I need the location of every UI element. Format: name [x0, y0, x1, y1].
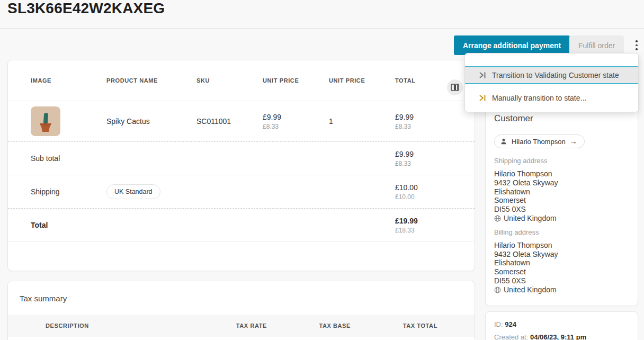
shipping-label: Shipping [31, 187, 106, 196]
customer-link-pill[interactable]: Hilario Thompson → [494, 135, 585, 148]
globe-icon [494, 287, 501, 293]
tax-summary-card: Tax summary DESCRIPTION TAX RATE TAX BAS… [7, 281, 475, 340]
billing-address-label: Billing address [494, 228, 629, 236]
line-item-row: Spiky Cactus SC011001 £9.99 £8.33 1 £9.9… [8, 101, 475, 142]
table-columns-icon [451, 84, 459, 91]
state-transition-dropdown: Transition to Validating Customer state … [464, 53, 639, 112]
person-icon [500, 138, 507, 145]
subtotal-label: Sub total [31, 154, 106, 163]
unit-price-cell: £9.99 £8.33 [263, 113, 329, 130]
line-items-card: IMAGE PRODUCT NAME SKU UNIT PRICE UNIT P… [7, 60, 475, 271]
order-created-line: Created at: 04/06/23, 9:11 pm [486, 333, 638, 340]
shipping-address: Hilario Thompson 9432 Oleta Skyway Elish… [494, 169, 629, 223]
product-sku: SC011001 [196, 117, 263, 126]
total-value: £19.99 £18.33 [395, 217, 475, 234]
transition-state-icon [479, 94, 486, 102]
quantity-cell: 1 [329, 117, 395, 126]
order-meta-card: ID: 924 Created at: 04/06/23, 9:11 pm [485, 311, 638, 340]
billing-country: United Kingdom [504, 285, 557, 294]
shipping-method-badge: UK Standard [106, 184, 160, 199]
kebab-menu-button[interactable] [628, 35, 644, 55]
menu-item-transition-validating-customer[interactable]: Transition to Validating Customer state [465, 66, 638, 84]
transition-state-icon [479, 71, 486, 79]
order-id-value: 924 [505, 320, 516, 328]
total-label: Total [31, 221, 106, 229]
shipping-address-label: Shipping address [494, 157, 629, 165]
column-header-product-name: PRODUCT NAME [106, 77, 196, 84]
customer-name: Hilario Thompson [512, 138, 566, 146]
page-title: SL3K66E42W2KAXEG [7, 0, 165, 17]
order-id-line: ID: 924 [486, 312, 638, 328]
shipping-value: £10.00 £10.00 [395, 183, 475, 201]
column-header-total: TOTAL [395, 77, 475, 84]
product-name: Spiky Cactus [106, 117, 196, 126]
arrow-right-icon: → [570, 137, 577, 146]
order-created-value: 04/06/23, 9:11 pm [530, 333, 586, 340]
tax-summary-header-row: DESCRIPTION TAX RATE TAX BASE TAX TOTAL [8, 315, 475, 337]
tax-summary-title: Tax summary [8, 281, 475, 303]
column-header-unit-price: UNIT PRICE [263, 77, 329, 84]
arrange-additional-payment-button[interactable]: Arrange additional payment [454, 35, 570, 55]
column-header-image: IMAGE [31, 77, 106, 84]
line-items-header-row: IMAGE PRODUCT NAME SKU UNIT PRICE UNIT P… [8, 60, 475, 101]
tax-column-total: TAX TOTAL [351, 323, 437, 329]
tax-column-rate: TAX RATE [183, 323, 267, 329]
column-header-sku: SKU [196, 77, 263, 84]
columns-toggle-button[interactable] [447, 79, 463, 95]
column-header-unit-price-2: UNIT PRICE [329, 77, 395, 84]
tax-column-description: DESCRIPTION [46, 323, 183, 329]
product-thumbnail-cactus [31, 106, 60, 136]
header-divider [0, 28, 644, 29]
globe-icon [494, 215, 501, 222]
total-row: Total £19.99 £18.33 [8, 209, 475, 242]
fulfill-order-button[interactable]: Fulfill order [569, 35, 624, 55]
menu-item-manually-transition[interactable]: Manually transition to state... [465, 84, 638, 112]
shipping-country: United Kingdom [504, 214, 557, 223]
billing-address: Hilario Thompson 9432 Oleta Skyway Elish… [494, 241, 629, 294]
tax-column-base: TAX BASE [267, 323, 351, 329]
shipping-row: Shipping UK Standard £10.00 £10.00 [8, 175, 475, 209]
subtotal-value: £9.99 £8.33 [395, 150, 475, 167]
subtotal-row: Sub total £9.99 £8.33 [8, 142, 475, 175]
line-total-cell: £9.99 £8.33 [395, 113, 475, 130]
